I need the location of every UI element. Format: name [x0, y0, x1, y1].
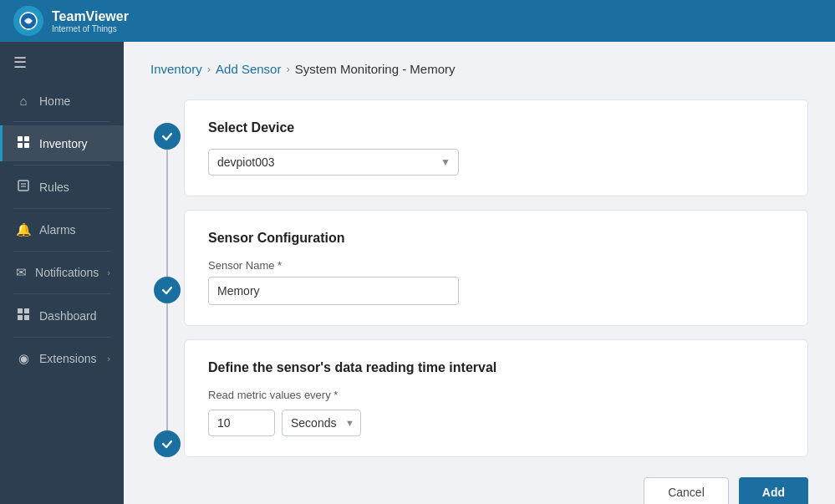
cancel-button[interactable]: Cancel — [644, 477, 729, 504]
wizard-panels: Select Device devpiot003 devpiot001 devp… — [184, 99, 808, 457]
step-1-card: Select Device devpiot003 devpiot001 devp… — [184, 99, 808, 196]
svg-rect-4 — [24, 143, 29, 148]
interval-unit-wrapper: Seconds Minutes Hours ▼ — [282, 410, 361, 436]
sidebar-divider-6 — [13, 337, 110, 338]
sidebar-divider-4 — [13, 251, 110, 252]
notifications-icon: ✉ — [16, 265, 27, 280]
chevron-right-icon: › — [107, 267, 110, 277]
sensor-name-label: Sensor Name * — [208, 259, 784, 272]
add-button[interactable]: Add — [739, 477, 808, 504]
breadcrumb-inventory[interactable]: Inventory — [150, 62, 202, 76]
sidebar-divider-2 — [13, 165, 110, 165]
device-select-wrapper: devpiot003 devpiot001 devpiot002 ▼ — [208, 149, 459, 176]
svg-rect-11 — [24, 315, 29, 320]
dashboard-icon — [16, 308, 31, 323]
sidebar: ☰ ⌂ Home Inventory — [0, 42, 124, 504]
sidebar-item-alarms[interactable]: 🔔 Alarms — [0, 212, 124, 247]
sidebar-item-rules[interactable]: Rules — [0, 169, 124, 205]
device-select[interactable]: devpiot003 devpiot001 devpiot002 — [208, 149, 459, 176]
sensor-name-input[interactable] — [208, 277, 459, 305]
sidebar-item-label: Rules — [39, 181, 69, 194]
svg-rect-3 — [18, 143, 23, 148]
rules-icon — [16, 179, 31, 195]
sidebar-item-notifications[interactable]: ✉ Notifications › — [0, 255, 124, 290]
svg-rect-8 — [18, 308, 23, 313]
interval-unit-select[interactable]: Seconds Minutes Hours — [282, 410, 361, 436]
svg-rect-2 — [24, 136, 29, 141]
step-1-title: Select Device — [208, 120, 784, 135]
sidebar-divider — [13, 121, 110, 122]
step-2-card: Sensor Configuration Sensor Name * — [184, 210, 808, 326]
topbar: TeamViewer Internet of Things — [0, 0, 835, 42]
sidebar-item-label: Notifications — [35, 266, 99, 279]
wizard: Select Device devpiot003 devpiot001 devp… — [150, 99, 808, 457]
logo-text: TeamViewer Internet of Things — [52, 9, 129, 33]
brand-sub: Internet of Things — [52, 24, 129, 33]
interval-label: Read metric values every * — [208, 389, 784, 401]
logo-icon — [13, 6, 43, 36]
brand-name: TeamViewer — [52, 9, 129, 24]
svg-rect-5 — [18, 181, 28, 191]
alarms-icon: 🔔 — [16, 222, 31, 237]
step-line-1 — [166, 150, 168, 277]
sidebar-item-extensions[interactable]: ◉ Extensions › — [0, 341, 124, 376]
sidebar-item-label: Alarms — [39, 223, 76, 237]
breadcrumb-add-sensor[interactable]: Add Sensor — [216, 62, 281, 76]
svg-rect-9 — [24, 308, 29, 313]
interval-row: Seconds Minutes Hours ▼ — [208, 410, 784, 436]
sidebar-item-label: Extensions — [39, 352, 96, 365]
wizard-steps — [150, 99, 184, 457]
breadcrumb-sep1: › — [207, 63, 211, 75]
svg-rect-1 — [18, 136, 23, 141]
interval-group: Read metric values every * Seconds Minut… — [208, 389, 784, 436]
step-3-indicator — [154, 430, 181, 457]
breadcrumb-current: System Monitoring - Memory — [295, 62, 456, 76]
main-content: Inventory › Add Sensor › System Monitori… — [124, 42, 835, 504]
home-icon: ⌂ — [16, 94, 31, 108]
logo: TeamViewer Internet of Things — [13, 6, 129, 36]
inventory-icon — [16, 135, 31, 151]
sidebar-item-label: Home — [39, 94, 70, 108]
sidebar-item-label: Dashboard — [39, 309, 97, 323]
chevron-right-icon-2: › — [107, 354, 110, 364]
step-2-indicator — [154, 277, 181, 303]
breadcrumb-sep2: › — [286, 63, 289, 75]
step-3-card: Define the sensor's data reading time in… — [184, 339, 808, 457]
hamburger-button[interactable]: ☰ — [0, 42, 124, 84]
sidebar-divider-3 — [13, 208, 110, 209]
interval-number-input[interactable] — [208, 410, 275, 436]
sidebar-divider-5 — [13, 293, 110, 294]
sidebar-item-inventory[interactable]: Inventory — [0, 125, 124, 161]
footer-actions: Cancel Add — [150, 477, 808, 504]
sidebar-item-label: Inventory — [39, 137, 88, 150]
extensions-icon: ◉ — [16, 351, 31, 366]
step-1-indicator — [154, 123, 181, 150]
svg-rect-10 — [18, 315, 23, 320]
step-line-2 — [166, 303, 168, 430]
step-2-title: Sensor Configuration — [208, 231, 784, 246]
breadcrumb: Inventory › Add Sensor › System Monitori… — [150, 62, 808, 76]
step-3-title: Define the sensor's data reading time in… — [208, 360, 784, 375]
sensor-name-group: Sensor Name * — [208, 259, 784, 305]
sidebar-item-home[interactable]: ⌂ Home — [0, 84, 124, 118]
sidebar-item-dashboard[interactable]: Dashboard — [0, 298, 124, 333]
